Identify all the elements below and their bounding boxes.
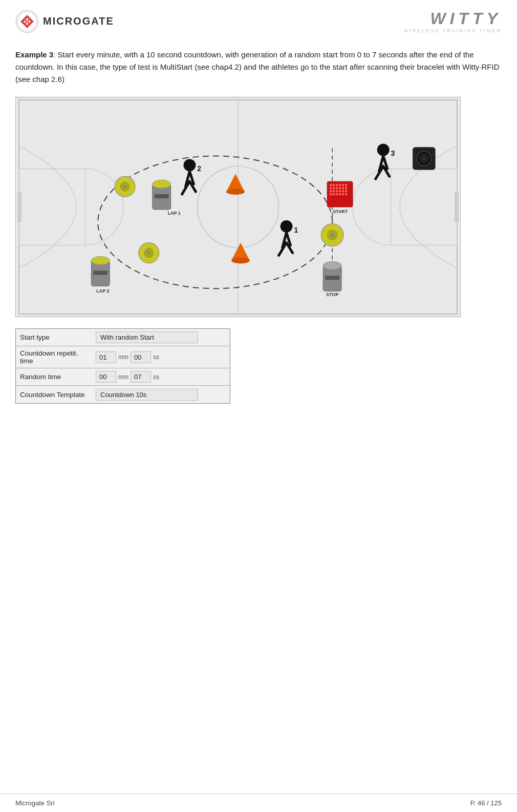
random-ss-input[interactable]: 07 — [131, 371, 151, 383]
svg-rect-37 — [339, 190, 341, 192]
svg-point-72 — [377, 144, 390, 156]
svg-point-63 — [147, 252, 150, 255]
svg-text:1: 1 — [294, 226, 298, 234]
svg-rect-24 — [336, 184, 338, 186]
svg-rect-52 — [325, 276, 339, 280]
svg-rect-39 — [345, 190, 347, 192]
svg-text:LAP 1: LAP 1 — [168, 211, 181, 216]
svg-rect-19 — [93, 270, 107, 275]
svg-rect-33 — [345, 187, 347, 189]
svg-point-67 — [231, 258, 250, 264]
svg-rect-10 — [455, 192, 459, 222]
court-svg: LAP 1 LAP 2 — [16, 97, 460, 317]
settings-panel: Start type With random Start Countdown r… — [15, 328, 230, 404]
svg-rect-26 — [342, 184, 344, 186]
start-type-input[interactable]: With random Start — [96, 331, 198, 343]
microgate-logo-icon: M — [15, 10, 39, 33]
settings-row-template: Countdown Template Countdown 10s — [16, 386, 230, 403]
witty-logo: WITTY WIRELESS TRAINING TIMER — [404, 9, 502, 33]
example-paragraph: Example 3: Start every minute, with a 10… — [15, 49, 502, 86]
svg-text:START: START — [333, 209, 348, 214]
camera-device — [413, 148, 435, 170]
svg-point-60 — [123, 185, 126, 188]
svg-rect-8 — [17, 192, 21, 222]
svg-rect-22 — [330, 184, 332, 186]
svg-rect-28 — [330, 187, 332, 189]
svg-point-51 — [323, 262, 341, 270]
countdown-unit2: ss — [153, 353, 159, 361]
template-input[interactable]: Countdown 10s — [96, 389, 198, 401]
svg-rect-35 — [333, 190, 335, 192]
svg-rect-25 — [339, 184, 341, 186]
svg-point-18 — [91, 257, 110, 265]
svg-text:LAP 2: LAP 2 — [96, 288, 109, 294]
svg-point-65 — [226, 189, 245, 195]
svg-point-70 — [183, 159, 196, 171]
company-name: Microgate Srl — [15, 799, 55, 807]
settings-row-random: Random time 00 mm 07 ss — [16, 368, 230, 386]
template-value: Countdown 10s — [93, 387, 230, 403]
template-label: Countdown Template — [16, 388, 93, 402]
countdown-mm-input[interactable]: 01 — [96, 351, 116, 363]
countdown-ss-input[interactable]: 00 — [131, 351, 151, 363]
svg-rect-32 — [342, 187, 344, 189]
page-header: M MICROGATE WITTY WIRELESS TRAINING TIME… — [0, 0, 517, 38]
svg-rect-31 — [339, 187, 341, 189]
court-diagram: LAP 1 LAP 2 — [15, 97, 461, 317]
random-unit1: mm — [118, 373, 128, 381]
witty-title: WITTY — [430, 9, 502, 28]
svg-rect-30 — [336, 187, 338, 189]
countdown-value: 01 mm 00 ss — [93, 349, 230, 365]
start-type-value: With random Start — [93, 329, 230, 345]
random-label: Random time — [16, 370, 93, 384]
svg-rect-44 — [342, 193, 344, 195]
svg-rect-34 — [330, 190, 332, 192]
countdown-label: Countdown repetit. time — [16, 346, 93, 368]
svg-point-49 — [330, 233, 334, 237]
svg-text:3: 3 — [391, 149, 395, 157]
start-type-label: Start type — [16, 330, 93, 344]
witty-subtitle: WIRELESS TRAINING TIMER — [404, 28, 502, 33]
svg-rect-43 — [339, 193, 341, 195]
main-content: Example 3: Start every minute, with a 10… — [0, 38, 517, 424]
svg-rect-41 — [333, 193, 335, 195]
svg-text:M: M — [25, 19, 29, 25]
sensor-ball-top-left — [115, 176, 135, 197]
example-body: : Start every minute, with a 10 second c… — [15, 50, 499, 84]
sensor-ball — [321, 224, 343, 246]
svg-rect-15 — [155, 194, 169, 198]
svg-rect-23 — [333, 184, 335, 186]
svg-point-68 — [281, 220, 293, 233]
random-mm-input[interactable]: 00 — [96, 371, 116, 383]
microgate-logo-text: MICROGATE — [43, 15, 114, 27]
random-value: 00 mm 07 ss — [93, 369, 230, 385]
page-number: P. 46 / 125 — [470, 799, 502, 807]
sensor-ball-mid-left — [139, 243, 159, 263]
page-footer: Microgate Srl P. 46 / 125 — [0, 794, 517, 812]
svg-rect-29 — [333, 187, 335, 189]
microgate-logo: M MICROGATE — [15, 10, 114, 33]
svg-rect-27 — [345, 184, 347, 186]
random-unit2: ss — [153, 373, 159, 381]
svg-point-14 — [153, 180, 171, 188]
svg-text:2: 2 — [197, 164, 201, 173]
settings-row-countdown: Countdown repetit. time 01 mm 00 ss — [16, 346, 230, 368]
example-title: Example 3 — [15, 50, 53, 59]
countdown-unit1: mm — [118, 353, 128, 361]
svg-point-57 — [422, 157, 425, 160]
svg-rect-36 — [336, 190, 338, 192]
svg-rect-40 — [330, 193, 332, 195]
svg-rect-38 — [342, 190, 344, 192]
svg-text:STOP: STOP — [326, 292, 338, 297]
svg-rect-45 — [345, 193, 347, 195]
settings-row-start-type: Start type With random Start — [16, 329, 230, 346]
svg-rect-42 — [336, 193, 338, 195]
